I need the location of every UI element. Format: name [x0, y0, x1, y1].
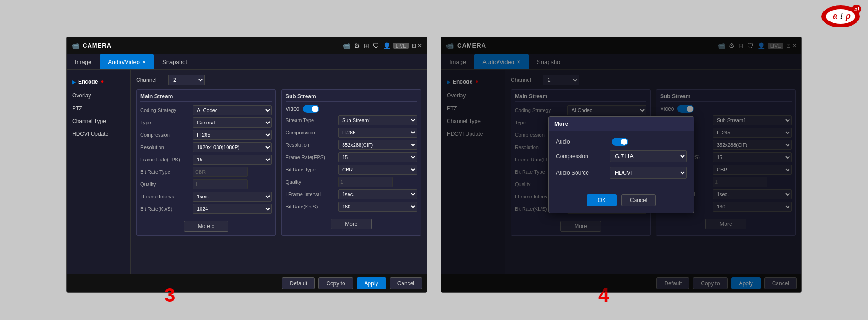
step-label-3: 3 [164, 284, 175, 306]
encode-dot-3: • [101, 78, 104, 86]
grid-icon-3[interactable]: ⊞ [364, 42, 369, 49]
popup-compression-select-4[interactable]: G.711A [610, 150, 687, 162]
channel-row-3: Channel 2 [136, 75, 421, 85]
sidebar-ptz-3[interactable]: PTZ [67, 102, 130, 115]
sub-compression-row-3: Compression H.265 [286, 127, 417, 138]
quality-row-3: Quality [140, 179, 272, 190]
type-row-3: Type General [140, 117, 272, 128]
sub-compression-select-3[interactable]: H.265 [338, 128, 417, 138]
popup-audio-row-4: Audio [556, 138, 687, 146]
sub-bitrate-label-3: Bit Rate(Kb/S) [286, 204, 338, 209]
framerate-label-3: Frame Rate(FPS) [140, 157, 193, 162]
compression-row-3: Compression H.265 [140, 129, 272, 140]
sub-bitrate-row-3: Bit Rate(Kb/S) 160 [286, 201, 417, 212]
settings-icon-3[interactable]: ⚙ [354, 42, 360, 49]
sub-framerate-row-3: Frame Rate(FPS) 15 [286, 152, 417, 163]
sub-resolution-label-3: Resolution [286, 142, 338, 148]
streamtype-label-3: Stream Type [286, 117, 338, 123]
main-stream-title-3: Main Stream [140, 93, 272, 102]
framerate-select-3[interactable]: 15 [193, 155, 272, 165]
streamtype-row-3: Stream Type Sub Stream1 [286, 115, 417, 126]
sidebar-encode-3[interactable]: ▶ Encode • [67, 75, 130, 89]
window-controls-3[interactable]: ⊡ ✕ [412, 43, 422, 49]
popup-ok-btn-4[interactable]: OK [587, 194, 617, 206]
popup-body-4: Audio Compression G.711A Audio Source HD… [549, 131, 694, 190]
streams-grid-3: Main Stream Coding Strategy AI Codec Typ… [136, 89, 421, 236]
sub-compression-label-3: Compression [286, 130, 338, 135]
camera-window-4: 📹 CAMERA 📹 ⚙ ⊞ 🛡 👤 LIVE ⊡ ✕ Image Audio/… [441, 37, 802, 293]
copyto-btn-3[interactable]: Copy to [318, 277, 353, 289]
user-icon-3[interactable]: 👤 [383, 42, 391, 49]
svg-text:a: a [833, 11, 837, 21]
coding-strategy-label-3: Coding Strategy [140, 107, 193, 113]
popup-audiosource-select-4[interactable]: HDCVI [610, 167, 687, 179]
bottom-bar-3: Default Copy to Apply Cancel [67, 274, 427, 292]
sub-stream-panel-3: Sub Stream Video Stream Type Sub Stream1… [281, 89, 421, 236]
bitrate-label-3: Bit Rate(Kb/S) [140, 206, 193, 212]
sub-quality-label-3: Quality [286, 179, 338, 185]
sub-bitrate-select-3[interactable]: 160 [338, 202, 417, 212]
nav-icon-3[interactable]: 📹 [343, 42, 350, 49]
sidebar-overlay-3[interactable]: Overlay [67, 89, 130, 102]
resolution-row-3: Resolution 1920x1080(1080P) [140, 142, 272, 153]
bitrate-select-3[interactable]: 1024 [193, 204, 272, 214]
window-title-3: CAMERA [83, 42, 111, 49]
sub-iframe-row-3: I Frame Interval 1sec. [286, 189, 417, 200]
resolution-select-3[interactable]: 1920x1080(1080P) [193, 142, 272, 152]
popup-audiosource-row-4: Audio Source HDCVI [556, 167, 687, 179]
shield-icon-3[interactable]: 🛡 [373, 42, 379, 49]
content-area-3: ▶ Encode • Overlay PTZ Channel Type HDCV… [67, 70, 427, 274]
sub-framerate-select-3[interactable]: 15 [338, 152, 417, 162]
compression-select-3[interactable]: H.265 [193, 130, 272, 140]
iframe-select-3[interactable]: 1sec. [193, 192, 272, 202]
popup-overlay-4: More Audio Compression G.711A Audio Sour… [441, 37, 801, 292]
coding-strategy-select-3[interactable]: AI Codec [193, 105, 272, 115]
tab-audiovideo-3[interactable]: Audio/Video ✕ [100, 54, 154, 69]
type-select-3[interactable]: General [193, 117, 272, 128]
tab-snapshot-3[interactable]: Snapshot [154, 54, 196, 69]
title-icons-3: 📹 ⚙ ⊞ 🛡 👤 [343, 42, 391, 49]
camera-window-3: 📹 CAMERA 📹 ⚙ ⊞ 🛡 👤 LIVE ⊡ ✕ Image Audio/… [66, 37, 427, 293]
popup-audiosource-label-4: Audio Source [556, 170, 606, 176]
popup-compression-row-4: Compression G.711A [556, 150, 687, 162]
more-btn-sub-3[interactable]: More [331, 219, 371, 229]
svg-text:p: p [845, 11, 851, 21]
popup-footer-4: OK Cancel [549, 190, 694, 213]
video-toggle-btn-3[interactable] [303, 105, 319, 113]
nav-tabs-3: Image Audio/Video ✕ Snapshot [67, 54, 427, 70]
sub-resolution-row-3: Resolution 352x288(CIF) [286, 139, 417, 150]
default-btn-3[interactable]: Default [282, 277, 315, 289]
main-stream-panel-3: Main Stream Coding Strategy AI Codec Typ… [136, 89, 276, 236]
sub-quality-row-3: Quality [286, 176, 417, 187]
sub-bitratetype-row-3: Bit Rate Type CBR [286, 164, 417, 175]
more-btn-main-3[interactable]: More ↕ [184, 221, 229, 232]
popup-audio-toggle-4[interactable] [612, 138, 628, 146]
page-container: a ! p a! 📹 CAMERA 📹 ⚙ ⊞ 🛡 👤 LIVE ⊡ ✕ [0, 0, 868, 320]
streamtype-select-3[interactable]: Sub Stream1 [338, 115, 417, 125]
sidebar-encode-label-3: Encode [78, 79, 98, 85]
sub-quality-input-3 [338, 177, 393, 187]
camera-icon-3: 📹 [71, 42, 79, 49]
tab-image-3[interactable]: Image [67, 54, 100, 69]
sub-bitratetype-select-3[interactable]: CBR [338, 165, 417, 175]
popup-cancel-btn-4[interactable]: Cancel [621, 194, 656, 206]
live-badge-3: LIVE [393, 43, 409, 49]
compression-label-3: Compression [140, 132, 193, 138]
type-label-3: Type [140, 120, 193, 125]
channel-select-3[interactable]: 2 [168, 75, 205, 85]
bitratetype-row-3: Bit Rate Type [140, 166, 272, 177]
sub-iframe-select-3[interactable]: 1sec. [338, 189, 417, 199]
sidebar-hdcvi-3[interactable]: HDCVI Update [67, 128, 130, 140]
popup-audio-label-4: Audio [556, 139, 606, 145]
sub-resolution-select-3[interactable]: 352x288(CIF) [338, 140, 417, 150]
cancel-btn-3[interactable]: Cancel [390, 277, 422, 289]
apply-btn-3[interactable]: Apply [357, 277, 386, 289]
bitrate-row-3: Bit Rate(Kb/S) 1024 [140, 203, 272, 214]
popup-compression-label-4: Compression [556, 153, 606, 160]
sidebar-3: ▶ Encode • Overlay PTZ Channel Type HDCV… [67, 70, 131, 274]
quality-label-3: Quality [140, 181, 193, 187]
logo-container: a ! p a! [820, 4, 861, 31]
main-content-3: Channel 2 Main Stream Coding Strategy AI… [131, 70, 427, 274]
sidebar-channeltype-3[interactable]: Channel Type [67, 115, 130, 128]
coding-strategy-row-3: Coding Strategy AI Codec [140, 105, 272, 116]
